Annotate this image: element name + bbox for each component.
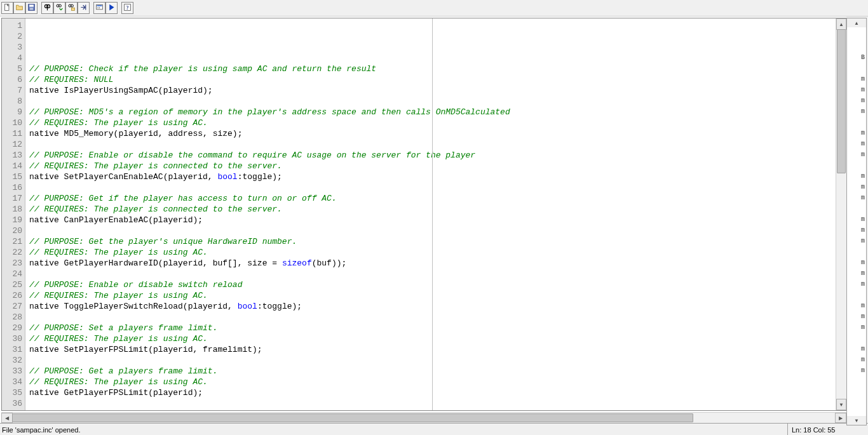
code-line[interactable]: // PURPOSE: Set a players frame limit. bbox=[29, 323, 836, 333]
code-line[interactable] bbox=[29, 53, 836, 64]
compile-options-button[interactable] bbox=[93, 2, 105, 14]
vertical-scrollbar[interactable]: ▲ ▼ bbox=[836, 18, 846, 410]
overview-marker[interactable]: B bbox=[861, 54, 865, 61]
code-line[interactable] bbox=[29, 139, 836, 150]
code-line[interactable]: // PURPOSE: Enable or disable the comman… bbox=[29, 150, 836, 161]
code-line[interactable]: native TogglePlayerSwitchReload(playerid… bbox=[29, 301, 836, 312]
horizontal-scrollbar[interactable]: ◀ ▶ bbox=[1, 412, 846, 423]
line-number: 19 bbox=[2, 215, 25, 225]
save-button[interactable] bbox=[25, 2, 37, 14]
code-line[interactable] bbox=[29, 96, 836, 107]
overview-up-arrow-icon[interactable]: ▲ bbox=[847, 18, 866, 27]
code-area[interactable]: // PURPOSE: Check if the player is using… bbox=[25, 18, 836, 410]
overview-marker[interactable]: m bbox=[861, 302, 865, 309]
overview-marker[interactable]: m bbox=[861, 227, 865, 234]
overview-marker[interactable]: m bbox=[861, 151, 865, 158]
editor-area[interactable]: 1234567891011121314151617181920212223242… bbox=[1, 18, 846, 411]
new-file-button[interactable] bbox=[1, 2, 13, 14]
help-button[interactable]: ? bbox=[121, 2, 133, 14]
code-line[interactable] bbox=[29, 225, 836, 236]
code-line[interactable]: // REQUIRES: The player is connected to … bbox=[29, 204, 836, 215]
overview-marker[interactable]: m bbox=[861, 140, 865, 147]
code-line[interactable]: // PURPOSE: Get the player's unique Hard… bbox=[29, 236, 836, 247]
overview-marker[interactable]: m bbox=[861, 76, 865, 83]
overview-content[interactable]: Bmmmmmmmmmmmmmmmmmmmmmm bbox=[847, 27, 866, 416]
line-number: 9 bbox=[2, 107, 25, 117]
code-line[interactable]: // PURPOSE: Enable or disable switch rel… bbox=[29, 279, 836, 290]
code-line[interactable]: // REQUIRES: The player is using AC. bbox=[29, 333, 836, 344]
code-line[interactable]: native IsPlayerUsingSampAC(playerid); bbox=[29, 85, 836, 96]
overview-marker[interactable]: m bbox=[861, 259, 865, 266]
code-line[interactable]: // REQUIRES: NULL bbox=[29, 74, 836, 85]
overview-marker[interactable]: m bbox=[861, 356, 865, 363]
code-line[interactable]: native SetPlayerCanEnableAC(playerid, bo… bbox=[29, 171, 836, 182]
line-number: 20 bbox=[2, 225, 25, 236]
overview-marker[interactable]: m bbox=[861, 97, 865, 104]
overview-marker[interactable]: m bbox=[861, 367, 865, 374]
overview-marker[interactable]: m bbox=[861, 86, 865, 93]
code-line[interactable]: native CanPlayerEnableAC(playerid); bbox=[29, 215, 836, 225]
code-line[interactable]: // PURPOSE: Check if the player is using… bbox=[29, 64, 836, 74]
line-number: 27 bbox=[2, 301, 25, 312]
scroll-up-arrow-icon[interactable]: ▲ bbox=[836, 18, 846, 30]
vertical-scroll-thumb[interactable] bbox=[837, 29, 846, 173]
scroll-left-arrow-icon[interactable]: ◀ bbox=[1, 413, 13, 423]
code-line[interactable]: // REQUIRES: The player is using AC. bbox=[29, 247, 836, 258]
code-line[interactable]: // PURPOSE: Get if the player has access… bbox=[29, 193, 836, 204]
code-line[interactable] bbox=[29, 269, 836, 279]
line-number: 36 bbox=[2, 398, 25, 409]
overview-marker[interactable]: m bbox=[861, 281, 865, 288]
code-line[interactable]: // PURPOSE: MD5's a region of memory in … bbox=[29, 107, 836, 117]
code-line[interactable] bbox=[29, 312, 836, 323]
overview-marker[interactable]: m bbox=[861, 345, 865, 352]
code-line[interactable]: native GetPlayerHardwareID(playerid, buf… bbox=[29, 258, 836, 269]
goto-button[interactable] bbox=[78, 2, 90, 14]
line-number: 1 bbox=[2, 20, 25, 31]
overview-marker[interactable]: m bbox=[861, 108, 865, 115]
open-file-button[interactable] bbox=[13, 2, 25, 14]
code-line[interactable]: // REQUIRES: The player is using AC. bbox=[29, 117, 836, 128]
replace-button[interactable] bbox=[65, 2, 78, 14]
line-number: 3 bbox=[2, 42, 25, 53]
line-number: 11 bbox=[2, 128, 25, 139]
overview-marker[interactable]: m bbox=[861, 270, 865, 277]
overview-marker[interactable]: m bbox=[861, 173, 865, 180]
line-number: 17 bbox=[2, 193, 25, 204]
scroll-down-arrow-icon[interactable]: ▼ bbox=[836, 399, 846, 410]
overview-down-arrow-icon[interactable]: ▼ bbox=[847, 416, 866, 425]
overview-marker[interactable]: m bbox=[861, 216, 865, 223]
overview-marker[interactable]: m bbox=[861, 184, 865, 191]
find-button[interactable] bbox=[41, 2, 53, 14]
code-line[interactable]: // PURPOSE: Toggle crouch bug bbox=[29, 409, 836, 411]
code-line[interactable]: // PURPOSE: Get a players frame limit. bbox=[29, 366, 836, 377]
open-file-icon bbox=[15, 3, 24, 13]
overview-marker[interactable]: m bbox=[861, 313, 865, 320]
overview-marker[interactable]: m bbox=[861, 238, 865, 244]
horizontal-scroll-thumb[interactable] bbox=[12, 413, 693, 422]
code-line[interactable] bbox=[29, 182, 836, 193]
status-message: File 'sampac.inc' opened. bbox=[0, 424, 788, 435]
overview-marker[interactable]: m bbox=[861, 324, 865, 331]
line-number: 5 bbox=[2, 64, 25, 74]
overview-marker[interactable]: m bbox=[861, 130, 865, 137]
code-line[interactable]: native MD5_Memory(playerid, address, siz… bbox=[29, 128, 836, 139]
code-line[interactable] bbox=[29, 355, 836, 366]
find-next-button[interactable] bbox=[53, 2, 65, 14]
code-line[interactable]: // REQUIRES: The player is using AC. bbox=[29, 290, 836, 301]
line-number: 30 bbox=[2, 333, 25, 344]
workspace: 1234567891011121314151617181920212223242… bbox=[0, 17, 868, 423]
code-line[interactable]: // REQUIRES: The player is using AC. bbox=[29, 377, 836, 387]
function-overview-panel[interactable]: ▲ Bmmmmmmmmmmmmmmmmmmmmmm ▼ bbox=[846, 18, 867, 425]
overview-marker[interactable]: m bbox=[861, 194, 865, 201]
line-number: 21 bbox=[2, 236, 25, 247]
code-line[interactable] bbox=[29, 398, 836, 409]
code-line[interactable]: native SetPlayerFPSLimit(playerid, frame… bbox=[29, 344, 836, 355]
run-button[interactable] bbox=[105, 2, 118, 14]
line-number: 26 bbox=[2, 290, 25, 301]
svg-text:?: ? bbox=[126, 5, 128, 11]
scroll-right-arrow-icon[interactable]: ▶ bbox=[835, 413, 846, 423]
code-line[interactable]: // REQUIRES: The player is connected to … bbox=[29, 161, 836, 171]
status-bar: File 'sampac.inc' opened. Ln: 18 Col: 55 bbox=[0, 423, 868, 435]
svg-rect-3 bbox=[30, 8, 33, 10]
code-line[interactable]: native GetPlayerFPSLimit(playerid); bbox=[29, 387, 836, 398]
